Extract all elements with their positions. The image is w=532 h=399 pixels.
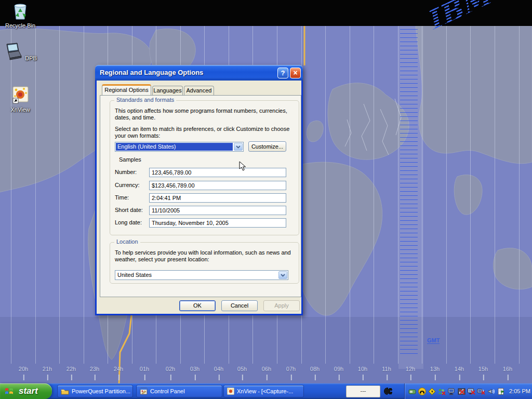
taskbar-button-xnview[interactable]: XnView - [<Capture-...: [223, 385, 304, 397]
group-title: Location: [114, 238, 140, 245]
timezone-label: 12h: [406, 366, 415, 372]
phone-icon[interactable]: [418, 387, 426, 395]
timezone-label: 24h: [114, 366, 123, 372]
laptop-icon: [3, 55, 24, 61]
desktop-icon-dpb[interactable]: DPB: [0, 43, 41, 61]
sample-row-label: Currency:: [115, 182, 140, 188]
timezone-label: 05h: [237, 366, 247, 372]
timezone-label: 11h: [382, 366, 391, 372]
sample-row-label: Time:: [115, 194, 129, 201]
tab-regional-options[interactable]: Regional Options: [102, 84, 151, 95]
timezone-label: 07h: [286, 366, 296, 372]
timezone-label: 21h: [43, 366, 52, 372]
timezone-label: 15h: [478, 366, 488, 372]
timezone-label: 14h: [455, 366, 464, 372]
users-offline-icon[interactable]: [437, 387, 446, 395]
standards-instruction: Select an item to match its preferences,…: [115, 126, 294, 139]
desktop-icon-xnview[interactable]: XnView: [0, 86, 41, 113]
taskbar-button-control-panel[interactable]: Control Panel: [136, 385, 222, 397]
cancel-button[interactable]: Cancel: [221, 300, 258, 311]
xnview-icon: [11, 99, 29, 105]
taskbar: start PowerQuest Partition... Contro: [0, 383, 532, 399]
tab-advanced[interactable]: Advanced: [184, 86, 214, 95]
taskbar-clock[interactable]: 2:05 PM: [509, 388, 530, 394]
taskbar-button-label: Control Panel: [150, 388, 185, 394]
graphics-utility-icon[interactable]: [457, 387, 466, 395]
wireless-offline-icon[interactable]: [477, 387, 485, 395]
timezone-label: 10h: [358, 366, 367, 372]
windows-flag-icon: [4, 386, 16, 396]
xnview-icon: [227, 388, 234, 395]
sample-row-label: Short date:: [115, 207, 143, 213]
chevron-down-icon[interactable]: [234, 143, 243, 151]
help-button[interactable]: ?: [277, 68, 288, 78]
timezone-label: 16h: [503, 366, 512, 372]
taskbar-button-label: XnView - [<Capture-...: [237, 388, 293, 394]
desktop-icon-label: Recycle Bin: [4, 22, 36, 29]
number-sample-field: 123,456,789.00: [149, 168, 286, 177]
apply-button: Apply: [263, 300, 300, 311]
dialog-title: Regional and Language Options: [100, 69, 203, 76]
timezone-label: 02h: [166, 366, 175, 372]
sample-row-label: Number:: [115, 169, 137, 175]
battery-meter[interactable]: ---: [346, 385, 380, 397]
scheduler-icon[interactable]: [497, 387, 505, 395]
taskbar-button-powerquest[interactable]: PowerQuest Partition...: [57, 385, 133, 397]
desktop-icon-label: XnView: [9, 107, 31, 113]
format-combobox[interactable]: English (United States): [115, 142, 244, 152]
start-button-label: start: [19, 386, 38, 396]
timezone-label: 04h: [214, 366, 223, 372]
mouse-cursor: [239, 161, 248, 174]
timezone-label: 03h: [190, 366, 200, 372]
timezone-label: 06h: [262, 366, 271, 372]
location-description: To help services provide you with local …: [115, 249, 294, 263]
desktop: IBM GMT 20h 21h 22h 23h 24h 01h 02h 03h …: [0, 0, 532, 399]
location-combobox-value: United States: [116, 271, 277, 279]
regional-language-options-dialog: Regional and Language Options ? × Region…: [95, 65, 303, 315]
format-combobox-value: English (United States): [116, 143, 233, 151]
close-button[interactable]: ×: [290, 68, 301, 78]
short-date-sample-field: 11/10/2005: [149, 206, 286, 215]
group-title: Standards and formats: [114, 97, 176, 103]
standards-description: This option affects how some programs fo…: [115, 108, 294, 121]
sample-row-label: Long date:: [115, 219, 142, 225]
timezone-label: 22h: [66, 366, 76, 372]
device-icon[interactable]: [408, 387, 416, 395]
long-date-sample-field: Thursday, November 10, 2005: [149, 218, 286, 228]
timezone-label: 13h: [430, 366, 440, 372]
start-button[interactable]: start: [0, 383, 52, 399]
control-panel-icon: [140, 388, 148, 395]
folder-icon: [61, 388, 69, 395]
timezone-label: 01h: [140, 366, 149, 372]
timezone-label: 08h: [310, 366, 320, 372]
location-combobox[interactable]: United States: [115, 270, 288, 280]
power-plug-icon: [383, 386, 393, 398]
taskbar-button-label: PowerQuest Partition...: [72, 388, 130, 394]
dialog-titlebar[interactable]: Regional and Language Options ? ×: [95, 65, 303, 81]
volume-icon[interactable]: [487, 387, 495, 395]
customize-button[interactable]: Customize...: [248, 141, 286, 152]
ok-button[interactable]: OK: [179, 300, 216, 311]
tab-languages[interactable]: Languages: [152, 86, 183, 95]
currency-sample-field: $123,456,789.00: [149, 181, 286, 190]
desktop-icon-recycle-bin[interactable]: Recycle Bin: [0, 2, 41, 29]
timezone-label: 09h: [334, 366, 343, 372]
timezone-label: 23h: [90, 366, 99, 372]
time-sample-field: 2:04:41 PM: [149, 193, 286, 203]
system-tray: 2:05 PM: [404, 383, 532, 399]
display-offline-icon[interactable]: [467, 387, 475, 395]
recycle-bin-icon: [11, 15, 29, 21]
chevron-down-icon[interactable]: [278, 271, 287, 279]
timezone-label: 20h: [19, 366, 28, 372]
network-computer-icon[interactable]: [447, 387, 456, 395]
samples-label: Samples: [119, 156, 141, 163]
power-meter-icon[interactable]: [428, 387, 436, 395]
desktop-icon-label: DPB: [24, 55, 38, 61]
